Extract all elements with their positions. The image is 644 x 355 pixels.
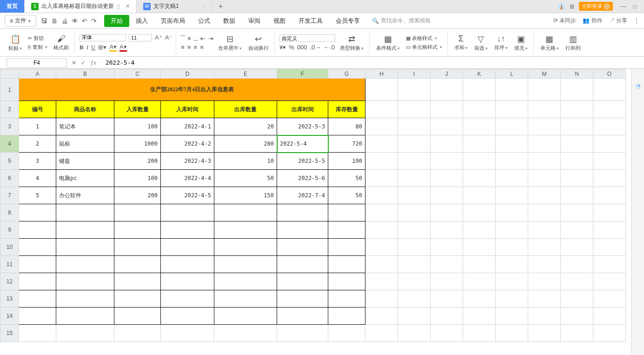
cell[interactable]	[431, 221, 463, 239]
cell[interactable]	[463, 135, 496, 153]
align-top-icon[interactable]: ⎴	[181, 35, 185, 42]
cell[interactable]	[561, 118, 593, 135]
italic-button[interactable]: I	[86, 44, 88, 51]
data-cell[interactable]: 2022-5-3	[277, 118, 328, 135]
sheet-area[interactable]: ABCDEFGHIJKLMNO1生产部2022年7月4日出入库信息表2编号商品名…	[0, 69, 631, 355]
cell[interactable]	[114, 221, 161, 239]
cell[interactable]	[398, 308, 431, 325]
sum-button[interactable]: Σ求和	[452, 33, 470, 52]
cell[interactable]	[528, 153, 561, 170]
cell[interactable]	[56, 273, 114, 290]
cell[interactable]	[496, 221, 528, 239]
cell[interactable]	[328, 290, 365, 308]
filter-button[interactable]: ▽筛选	[472, 33, 490, 53]
cell[interactable]	[593, 221, 626, 239]
menu-插入[interactable]: 插入	[129, 15, 154, 27]
row-header-12[interactable]: 12	[0, 273, 19, 290]
cell[interactable]	[328, 273, 365, 290]
data-cell[interactable]: 720	[328, 135, 365, 153]
cell[interactable]	[277, 273, 328, 290]
data-cell[interactable]: 笔记本	[56, 118, 114, 135]
data-cell[interactable]: 3	[19, 153, 56, 170]
apps-icon[interactable]: ⊞	[570, 3, 574, 10]
align-center-icon[interactable]: ≡	[187, 44, 191, 51]
fill-color-button[interactable]: A▾	[109, 43, 117, 52]
cell[interactable]	[365, 204, 398, 221]
header-cell[interactable]: 入库数量	[114, 101, 161, 118]
cell[interactable]	[528, 204, 561, 221]
col-header-M[interactable]: M	[528, 69, 561, 79]
cell[interactable]	[365, 153, 398, 170]
cell[interactable]	[56, 290, 114, 308]
row-header-2[interactable]: 2	[0, 101, 19, 118]
cell[interactable]	[277, 308, 328, 325]
cell[interactable]	[365, 256, 398, 273]
cell[interactable]	[398, 221, 431, 239]
menu-会员专享[interactable]: 会员专享	[329, 15, 366, 27]
currency-icon[interactable]: ¥▾	[279, 44, 286, 51]
cell[interactable]	[398, 135, 431, 153]
font-size-select[interactable]	[129, 34, 152, 41]
cell[interactable]	[431, 187, 463, 204]
cell[interactable]	[496, 118, 528, 135]
menu-页面布局[interactable]: 页面布局	[154, 15, 192, 27]
cell[interactable]	[496, 273, 528, 290]
data-cell[interactable]: 2022-5-6	[277, 170, 328, 187]
cell[interactable]	[398, 153, 431, 170]
data-cell[interactable]: 100	[114, 118, 161, 135]
cell[interactable]	[431, 204, 463, 221]
cell[interactable]	[463, 290, 496, 308]
col-header-A[interactable]: A	[19, 69, 56, 79]
cell[interactable]	[398, 187, 431, 204]
cell[interactable]	[214, 308, 277, 325]
cell[interactable]	[593, 79, 626, 101]
col-header-H[interactable]: H	[365, 69, 398, 79]
cell[interactable]	[431, 79, 463, 101]
cell[interactable]	[463, 79, 496, 101]
tab-workbook[interactable]: S 出入库表格标题日期自动更新 ▯ ✕	[25, 0, 137, 13]
cell[interactable]	[431, 170, 463, 187]
cell[interactable]	[561, 79, 593, 101]
row-header-10[interactable]: 10	[0, 239, 19, 256]
cell[interactable]	[56, 239, 114, 256]
cell[interactable]	[593, 153, 626, 170]
cell[interactable]	[593, 135, 626, 153]
cell[interactable]	[114, 308, 161, 325]
cell[interactable]	[398, 273, 431, 290]
cell[interactable]	[496, 135, 528, 153]
cell[interactable]	[19, 204, 56, 221]
cell[interactable]	[328, 256, 365, 273]
cell[interactable]	[114, 290, 161, 308]
row-header-4[interactable]: 4	[0, 135, 19, 153]
cell[interactable]	[463, 273, 496, 290]
cell[interactable]	[365, 221, 398, 239]
data-cell[interactable]: 办公软件	[56, 187, 114, 204]
cell[interactable]	[114, 256, 161, 273]
row-header-9[interactable]: 9	[0, 221, 19, 239]
inc-decimal-icon[interactable]: .0→	[310, 44, 321, 51]
indent-decrease-icon[interactable]: ⇤	[200, 35, 206, 42]
cell[interactable]	[365, 325, 398, 342]
cell[interactable]	[528, 187, 561, 204]
data-cell[interactable]: 5	[19, 187, 56, 204]
indent-increase-icon[interactable]: ⇥	[208, 35, 213, 42]
header-cell[interactable]: 出库数量	[214, 101, 277, 118]
cell[interactable]	[561, 239, 593, 256]
cell[interactable]	[463, 308, 496, 325]
cell[interactable]	[161, 325, 214, 342]
cell[interactable]	[496, 325, 528, 342]
cell[interactable]	[365, 170, 398, 187]
paste-button[interactable]: 📋粘贴	[7, 33, 24, 53]
data-cell[interactable]: 鼠标	[56, 135, 114, 153]
data-cell[interactable]: 200	[114, 153, 161, 170]
cell[interactable]	[19, 290, 56, 308]
cell[interactable]	[56, 325, 114, 342]
cell[interactable]	[365, 118, 398, 135]
justify-icon[interactable]: ≡	[200, 44, 204, 51]
cell[interactable]	[328, 204, 365, 221]
cell[interactable]	[328, 308, 365, 325]
share-button[interactable]: ↗ 分享	[609, 17, 627, 25]
cell[interactable]	[56, 308, 114, 325]
col-header-I[interactable]: I	[398, 69, 431, 79]
data-cell[interactable]: 100	[114, 170, 161, 187]
